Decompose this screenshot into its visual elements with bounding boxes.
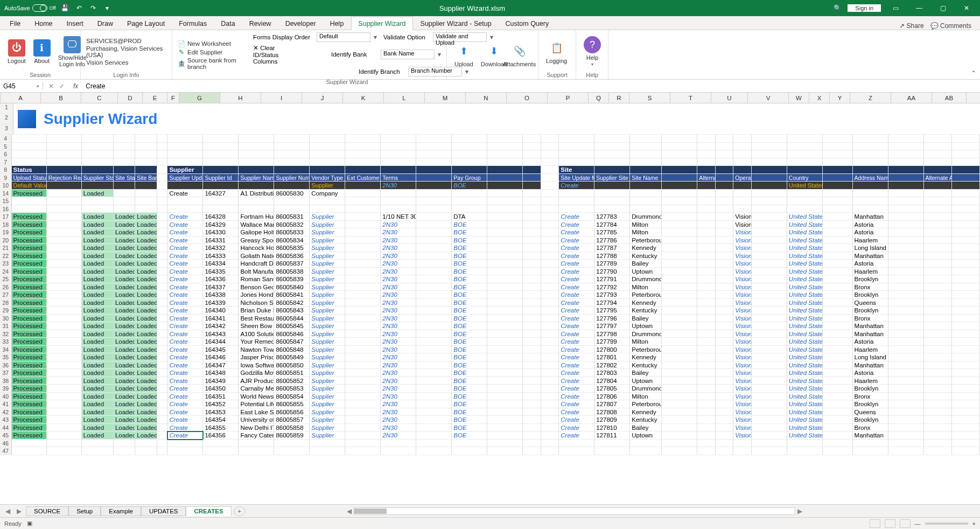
cell[interactable] — [157, 150, 168, 158]
cell[interactable] — [345, 338, 381, 346]
cell[interactable]: Nawton Towers — [239, 346, 274, 354]
cell[interactable] — [523, 166, 541, 174]
cell[interactable] — [452, 190, 487, 198]
cell[interactable]: Create — [167, 299, 203, 307]
cell[interactable]: 127794 — [594, 299, 630, 307]
cell[interactable] — [888, 244, 924, 252]
cell[interactable]: Create — [167, 346, 203, 354]
cell[interactable] — [345, 385, 381, 393]
cell[interactable]: Queens — [853, 408, 888, 416]
cell[interactable]: Loaded — [82, 361, 114, 370]
cell[interactable] — [416, 353, 452, 361]
cell[interactable] — [47, 221, 82, 229]
cell[interactable] — [716, 400, 734, 408]
cell[interactable]: Create — [167, 190, 203, 198]
cell[interactable] — [697, 361, 716, 370]
cell[interactable]: 2N30 — [381, 268, 416, 276]
cell[interactable]: Loaded — [114, 330, 135, 338]
cell[interactable] — [345, 260, 381, 268]
cell[interactable]: 86005855 — [274, 400, 310, 408]
cell[interactable]: Supplier Update M — [167, 174, 203, 182]
cell[interactable] — [752, 236, 787, 245]
cell[interactable] — [924, 236, 952, 245]
cell[interactable] — [752, 416, 787, 424]
cell[interactable]: 86005849 — [274, 353, 310, 361]
cell[interactable]: 164352 — [203, 400, 239, 408]
cell[interactable]: Supplier — [310, 236, 345, 245]
cell[interactable] — [157, 166, 168, 174]
cell[interactable] — [662, 228, 697, 236]
autosave-toggle[interactable]: AutoSave Off — [4, 4, 56, 12]
cell[interactable] — [853, 190, 888, 198]
cell[interactable]: Create — [559, 416, 594, 424]
cell[interactable]: 2N30 — [381, 416, 416, 424]
zoom-in-icon[interactable]: + — [972, 520, 976, 527]
cell[interactable] — [487, 158, 523, 166]
cell[interactable]: United States — [787, 283, 823, 291]
cell[interactable] — [952, 353, 980, 361]
cell[interactable] — [523, 431, 541, 440]
cell[interactable] — [487, 369, 523, 377]
macro-record-icon[interactable]: ▣ — [27, 520, 32, 527]
cell[interactable] — [47, 228, 82, 236]
cell[interactable] — [47, 307, 82, 315]
cell[interactable] — [952, 361, 980, 370]
cell[interactable] — [662, 322, 697, 330]
cell[interactable] — [752, 330, 787, 338]
cell[interactable] — [541, 346, 559, 354]
cell[interactable]: 164349 — [203, 377, 239, 385]
cell[interactable] — [888, 174, 924, 182]
cell[interactable] — [752, 252, 787, 260]
cell[interactable]: 2N30 — [381, 369, 416, 377]
search-icon[interactable]: 🔍 — [832, 4, 842, 12]
cell[interactable]: 2N30 — [381, 361, 416, 370]
cell[interactable]: Create — [559, 424, 594, 432]
cell[interactable] — [733, 447, 752, 455]
cell[interactable]: 164341 — [203, 315, 239, 323]
cell[interactable] — [157, 158, 168, 166]
cell[interactable] — [924, 143, 952, 151]
cell[interactable] — [82, 205, 114, 213]
cell[interactable] — [662, 299, 697, 307]
cell[interactable]: BOE — [452, 400, 487, 408]
cell[interactable] — [716, 315, 734, 323]
cell[interactable]: 86005839 — [274, 275, 310, 283]
cell[interactable] — [697, 431, 716, 440]
cell[interactable]: Processed — [12, 221, 47, 229]
cell[interactable] — [716, 299, 734, 307]
cell[interactable]: Vision Services — [733, 228, 752, 236]
cell[interactable] — [752, 315, 787, 323]
column-header-S[interactable]: S — [629, 93, 670, 103]
cell[interactable] — [345, 244, 381, 252]
cell[interactable]: Create — [559, 299, 594, 307]
cell[interactable] — [697, 244, 716, 252]
cell[interactable]: 86005852 — [274, 377, 310, 385]
cell[interactable] — [823, 353, 853, 361]
cell[interactable] — [345, 268, 381, 276]
cell[interactable]: Create — [167, 338, 203, 346]
cell[interactable] — [924, 416, 952, 424]
cell[interactable]: 86005858 — [274, 424, 310, 432]
cell[interactable]: United States — [787, 299, 823, 307]
cell[interactable]: 86005834 — [274, 236, 310, 245]
cell[interactable] — [952, 307, 980, 315]
tab-supplier-wizard[interactable]: Supplier Wizard — [351, 17, 412, 30]
cell[interactable]: 127810 — [594, 424, 630, 432]
cell[interactable] — [952, 260, 980, 268]
cell[interactable] — [239, 158, 274, 166]
cell[interactable]: Loaded — [135, 338, 157, 346]
cell[interactable] — [416, 275, 452, 283]
cell[interactable]: BOE — [452, 268, 487, 276]
cell[interactable] — [157, 393, 168, 401]
cell[interactable] — [924, 346, 952, 354]
cell[interactable] — [157, 416, 168, 424]
cell[interactable]: Loaded — [82, 346, 114, 354]
row-header[interactable]: 43 — [0, 416, 12, 424]
cell[interactable] — [345, 228, 381, 236]
cell[interactable]: 164337 — [203, 283, 239, 291]
cell[interactable] — [888, 346, 924, 354]
cell[interactable] — [594, 197, 630, 205]
cell[interactable]: BOE — [452, 338, 487, 346]
cell[interactable] — [239, 166, 274, 174]
cell[interactable] — [541, 252, 559, 260]
